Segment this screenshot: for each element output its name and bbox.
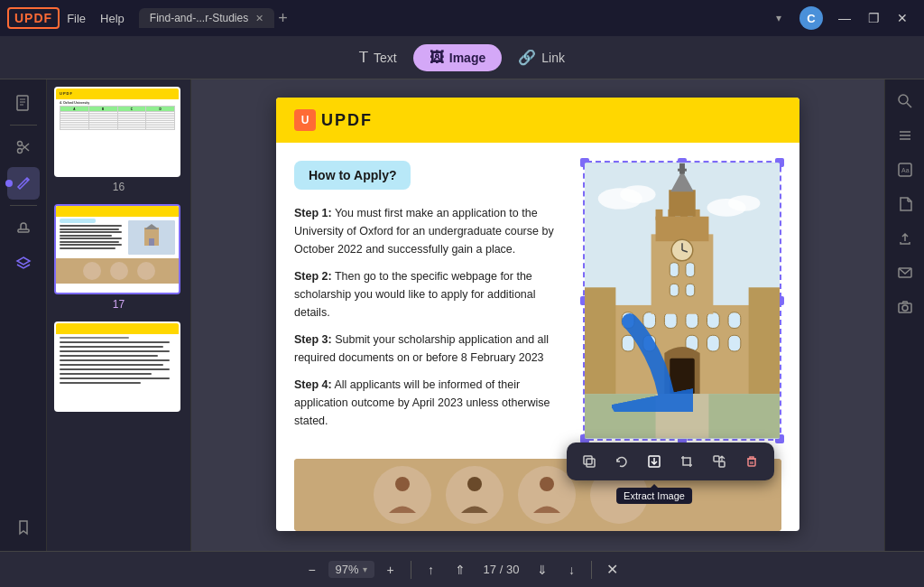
bottom-bar: − 97% ▾ + ↑ ⇑ 17 / 30 ⇓ ↓ ✕ (0, 551, 924, 587)
step3-text: Step 3: Submit your scholarship applicat… (294, 331, 568, 367)
svg-point-16 (110, 262, 128, 280)
zoom-dropdown-arrow[interactable]: ▾ (363, 564, 367, 574)
pdf-page: U UPDF How to Apply? Step 1: You must fi… (276, 98, 799, 531)
svg-rect-61 (749, 287, 780, 394)
updf-logo-text: UPDF (321, 111, 373, 130)
thumb-num-16: 16 (54, 181, 183, 193)
ft-extract-btn[interactable]: Extract Image (641, 448, 668, 475)
ft-delete-btn[interactable] (738, 448, 765, 475)
thumbnail-16[interactable]: UPDF 4. Oxford University ABCD (54, 87, 183, 193)
divider (10, 125, 37, 126)
zoom-out-btn[interactable]: − (300, 557, 325, 582)
image-label: Image (449, 51, 485, 65)
separator2 (591, 561, 592, 579)
svg-rect-13 (149, 238, 154, 246)
zoom-in-btn[interactable]: + (378, 557, 403, 582)
float-toolbar: Extract Image (567, 443, 774, 480)
image-selection-box[interactable]: Extract Image (583, 161, 781, 441)
window-controls: — ❐ ✕ (830, 5, 917, 31)
help-menu[interactable]: Help (100, 12, 125, 25)
close-btn[interactable]: ✕ (888, 5, 917, 31)
sidebar-pages-icon[interactable] (7, 87, 40, 119)
tab-close-btn[interactable]: ✕ (255, 13, 263, 24)
zoom-control[interactable]: 97% ▾ (328, 561, 374, 578)
updf-logo-icon: U (294, 109, 316, 131)
right-file-icon[interactable] (891, 190, 919, 219)
image-tool-btn[interactable]: 🖼 Image (413, 44, 502, 71)
right-camera-icon[interactable] (891, 293, 919, 321)
svg-point-17 (137, 262, 155, 280)
ft-replace-btn[interactable] (706, 448, 733, 475)
bottom-close-btn[interactable]: ✕ (599, 557, 624, 582)
svg-line-81 (907, 103, 911, 107)
text-tool-btn[interactable]: 𝖳 Text (343, 43, 413, 71)
sidebar-annotate-icon[interactable] (7, 167, 40, 200)
step4-label: Step 4: (294, 378, 332, 391)
nav-up-double-btn[interactable]: ⇑ (448, 557, 473, 582)
svg-rect-0 (17, 96, 28, 110)
sidebar-layers-icon[interactable] (7, 247, 40, 280)
nav-down-single-btn[interactable]: ↓ (559, 557, 584, 582)
svg-rect-69 (748, 459, 755, 466)
image-icon: 🖼 (430, 50, 444, 66)
link-tool-btn[interactable]: 🔗 Link (502, 43, 581, 71)
minimize-btn[interactable]: — (830, 5, 859, 31)
step1-content: You must first make an application to th… (294, 207, 554, 256)
tab-add-btn[interactable]: + (278, 9, 288, 28)
right-upload-icon[interactable] (891, 224, 919, 253)
svg-point-80 (899, 95, 908, 104)
page-header: U UPDF (276, 98, 799, 143)
thumbnail-panel: UPDF 4. Oxford University ABCD (47, 79, 191, 551)
page-indicator: 17 / 30 (476, 563, 527, 576)
svg-point-22 (728, 195, 760, 211)
image-column: Extract Image (583, 161, 781, 441)
svg-rect-56 (670, 284, 679, 296)
link-icon: 🔗 (518, 49, 536, 66)
right-menu-icon[interactable] (891, 121, 919, 150)
sidebar-stamp-icon[interactable] (7, 211, 40, 244)
nav-up-single-btn[interactable]: ↑ (419, 557, 444, 582)
right-ocr-icon[interactable]: Aa (891, 155, 919, 184)
step4-text: Step 4: All applicants will be informed … (294, 376, 568, 430)
svg-rect-37 (707, 335, 719, 351)
thumbnail-18[interactable] (54, 321, 183, 412)
svg-point-4 (17, 142, 22, 146)
ft-crop-btn[interactable] (673, 448, 700, 475)
nav-down-double-btn[interactable]: ⇓ (530, 557, 555, 582)
file-menu[interactable]: File (67, 12, 86, 25)
step2-text: Step 2: Then go to the specific webpage … (294, 267, 568, 321)
page17-preview (56, 204, 179, 294)
ft-rotate-left-btn[interactable] (608, 448, 635, 475)
svg-point-77 (395, 477, 410, 491)
text-column: How to Apply? Step 1: You must first mak… (294, 161, 583, 441)
how-to-box: How to Apply? (294, 161, 411, 190)
svg-point-20 (620, 185, 655, 203)
svg-rect-33 (728, 312, 741, 329)
ft-copy-btn[interactable] (576, 448, 603, 475)
sidebar-right: Aa (884, 79, 924, 551)
svg-rect-67 (714, 456, 719, 461)
title-menu: File Help (67, 12, 125, 25)
svg-text:Aa: Aa (901, 167, 910, 173)
sidebar-left (0, 79, 47, 551)
thumb-num-17: 17 (54, 298, 183, 311)
separator (411, 561, 411, 579)
active-tab[interactable]: Find-and-...r-Studies ✕ (139, 8, 274, 28)
app-logo: UPDF (7, 7, 60, 29)
page-body: How to Apply? Step 1: You must first mak… (276, 143, 799, 459)
selected-image (585, 163, 780, 439)
svg-point-74 (446, 466, 504, 524)
svg-rect-64 (584, 456, 592, 464)
svg-point-5 (17, 149, 22, 154)
maximize-btn[interactable]: ❐ (859, 5, 888, 31)
svg-rect-57 (686, 284, 695, 296)
svg-point-15 (83, 262, 101, 280)
right-search-icon[interactable] (891, 87, 919, 116)
right-email-icon[interactable] (891, 258, 919, 287)
sidebar-scissors-icon[interactable] (7, 131, 40, 163)
thumbnail-17[interactable]: 17 (54, 204, 183, 311)
editing-toolbar: 𝖳 Text 🖼 Image 🔗 Link (0, 36, 924, 79)
sidebar-bookmark-icon[interactable] (7, 511, 40, 544)
svg-point-91 (902, 305, 908, 311)
tab-dropdown[interactable]: ▾ (771, 10, 787, 26)
